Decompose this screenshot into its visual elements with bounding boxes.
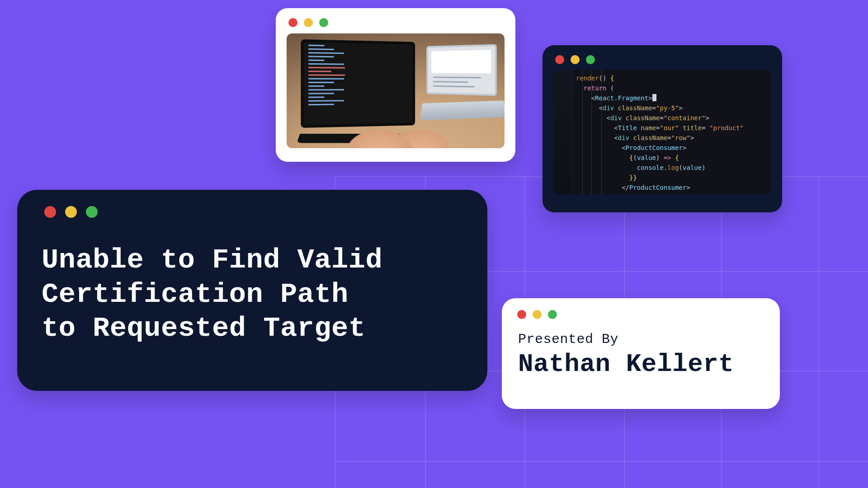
- dot-green-icon: [319, 18, 328, 27]
- dot-red-icon: [44, 206, 56, 218]
- dot-red-icon: [517, 310, 526, 319]
- window-code-snippet: render() { return ( <React.Fragment> <di…: [542, 45, 782, 212]
- window-controls: [502, 298, 780, 319]
- presenter-name: Nathan Kellert: [502, 347, 780, 379]
- presented-by-label: Presented By: [502, 319, 780, 347]
- dot-red-icon: [555, 55, 564, 64]
- window-controls: [17, 190, 487, 218]
- dot-yellow-icon: [571, 55, 580, 64]
- laptop-image: [287, 33, 505, 148]
- code-editor-image: render() { return ( <React.Fragment> <di…: [553, 70, 771, 194]
- dot-green-icon: [548, 310, 557, 319]
- presenter-card: Presented By Nathan Kellert: [502, 298, 780, 409]
- dot-red-icon: [288, 18, 297, 27]
- title-line-3: to Requested Target: [42, 312, 365, 344]
- slide-title: Unable to Find Valid Certification Path …: [17, 218, 487, 346]
- window-controls: [542, 45, 782, 64]
- dot-yellow-icon: [65, 206, 77, 218]
- window-controls: [276, 8, 515, 27]
- dot-yellow-icon: [304, 18, 313, 27]
- window-laptop-photo: [276, 8, 515, 162]
- dot-green-icon: [86, 206, 98, 218]
- dot-yellow-icon: [533, 310, 542, 319]
- title-line-1: Unable to Find Valid: [42, 244, 382, 276]
- title-line-2: Certification Path: [42, 278, 349, 310]
- dot-green-icon: [586, 55, 595, 64]
- title-card: Unable to Find Valid Certification Path …: [17, 190, 487, 391]
